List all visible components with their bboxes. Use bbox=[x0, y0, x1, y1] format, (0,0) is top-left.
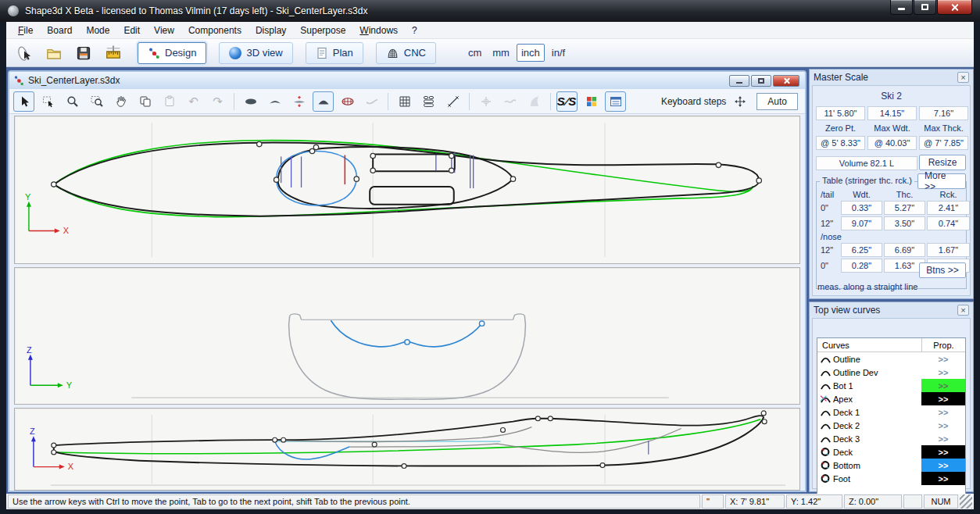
prop-link[interactable]: >> bbox=[921, 366, 965, 379]
length-value[interactable]: 11' 5.80" bbox=[816, 106, 865, 120]
tail-row1-thc[interactable]: 3.50" bbox=[884, 216, 925, 230]
tail-row0-wdt[interactable]: 0.33" bbox=[841, 201, 882, 215]
tail-row1-wdt[interactable]: 9.07" bbox=[841, 216, 882, 230]
deck-view-button[interactable] bbox=[313, 91, 334, 112]
prop-link[interactable]: >> bbox=[921, 392, 965, 405]
resize-button[interactable]: Resize bbox=[919, 155, 966, 170]
profile-curve-button[interactable] bbox=[361, 91, 382, 112]
menu-edit[interactable]: Edit bbox=[116, 23, 147, 38]
prop-link[interactable]: >> bbox=[921, 472, 965, 485]
zero-pt-value[interactable]: @ 5' 8.33" bbox=[816, 136, 865, 150]
curve-row-deck2[interactable]: Deck 2 >> bbox=[817, 419, 965, 432]
top-view-canvas[interactable]: Y X bbox=[15, 116, 799, 263]
curve-row-deck[interactable]: Deck >> bbox=[817, 445, 965, 459]
thickness-value[interactable]: 7.16" bbox=[919, 106, 968, 120]
doc-minimize-button[interactable] bbox=[729, 75, 749, 87]
curve-row-apex[interactable]: Apex >> bbox=[817, 392, 965, 405]
menu-superpose[interactable]: Superpose bbox=[293, 23, 352, 38]
design-mode-button[interactable]: Design bbox=[138, 42, 206, 64]
doc-restore-button[interactable] bbox=[751, 75, 771, 87]
menu-display[interactable]: Display bbox=[249, 23, 293, 38]
grid-button[interactable] bbox=[394, 91, 415, 112]
prop-link[interactable]: >> bbox=[921, 419, 965, 432]
new-board-button[interactable] bbox=[13, 41, 36, 65]
undo-button[interactable]: ↶ bbox=[183, 91, 204, 112]
curve-row-bottom[interactable]: Bottom >> bbox=[817, 459, 965, 472]
pan-button[interactable] bbox=[110, 91, 131, 112]
move-steps-button[interactable] bbox=[729, 91, 750, 112]
nose-row0-thc[interactable]: 6.69" bbox=[884, 243, 925, 257]
scale-tool-button[interactable] bbox=[102, 41, 125, 65]
paste-button[interactable] bbox=[159, 91, 180, 112]
curve-row-bot1[interactable]: Bot 1 >> bbox=[817, 379, 965, 392]
colors-button[interactable] bbox=[581, 91, 602, 112]
save-button[interactable] bbox=[72, 41, 95, 65]
maximize-button[interactable] bbox=[914, 0, 936, 15]
sections-button[interactable] bbox=[418, 91, 439, 112]
nose-row1-wdt[interactable]: 0.28" bbox=[841, 259, 882, 273]
curve-row-outline[interactable]: Outline >> bbox=[817, 352, 965, 366]
btns-button[interactable]: Btns >> bbox=[919, 262, 966, 278]
close-button[interactable] bbox=[937, 0, 972, 15]
unit-mm[interactable]: mm bbox=[488, 45, 513, 61]
s-curves-button[interactable]: S⁄S bbox=[556, 91, 578, 112]
menu-help[interactable]: ? bbox=[405, 23, 424, 38]
thickness-view-button[interactable] bbox=[288, 91, 309, 112]
cnc-mode-button[interactable]: CNC bbox=[376, 42, 436, 64]
more-button[interactable]: More >> bbox=[917, 173, 966, 189]
plan-mode-button[interactable]: Plan bbox=[306, 42, 363, 64]
marquee-select-button[interactable] bbox=[38, 91, 59, 112]
max-thck-value[interactable]: @ 7' 7.85" bbox=[919, 136, 968, 150]
section-view-canvas[interactable]: Z Y bbox=[15, 268, 799, 404]
menu-mode[interactable]: Mode bbox=[79, 23, 116, 38]
document-title-bar[interactable]: Ski_CenterLayer.s3dx bbox=[9, 72, 805, 89]
slices-view-button[interactable] bbox=[337, 91, 358, 112]
prop-link[interactable]: >> bbox=[921, 379, 965, 392]
doc-close-button[interactable] bbox=[773, 75, 799, 87]
prop-link[interactable]: >> bbox=[921, 352, 965, 366]
prop-link[interactable]: >> bbox=[921, 459, 965, 472]
select-tool-button[interactable] bbox=[13, 91, 34, 112]
unit-cm[interactable]: cm bbox=[464, 45, 485, 61]
flow-curve-button[interactable] bbox=[499, 91, 520, 112]
prop-link[interactable]: >> bbox=[921, 432, 965, 445]
measure-button[interactable] bbox=[442, 91, 463, 112]
rocker-view-button[interactable] bbox=[264, 91, 285, 112]
fin-button[interactable] bbox=[524, 91, 545, 112]
resize-grip[interactable] bbox=[960, 494, 972, 509]
unit-inch[interactable]: inch bbox=[517, 44, 545, 62]
zoom-button[interactable] bbox=[62, 91, 83, 112]
open-button[interactable] bbox=[42, 41, 66, 65]
curves-panel-close-button[interactable]: × bbox=[957, 305, 969, 316]
side-view-canvas[interactable]: Z X bbox=[15, 409, 799, 490]
max-wdt-value[interactable]: @ 40.03" bbox=[867, 136, 917, 150]
tail-row1-rck[interactable]: 0.74" bbox=[927, 216, 970, 230]
nose-row0-rck[interactable]: 1.67" bbox=[927, 243, 970, 257]
redo-button[interactable]: ↷ bbox=[207, 91, 228, 112]
curve-row-deck1[interactable]: Deck 1 >> bbox=[817, 405, 965, 419]
menu-windows[interactable]: Windows bbox=[352, 23, 405, 38]
menu-board[interactable]: Board bbox=[40, 23, 79, 38]
prop-link[interactable]: >> bbox=[921, 405, 965, 419]
outline-view-button[interactable] bbox=[240, 91, 261, 112]
panels-button[interactable] bbox=[605, 91, 626, 112]
menu-file[interactable]: File bbox=[11, 23, 40, 38]
nose-row0-wdt[interactable]: 6.25" bbox=[841, 243, 882, 257]
auto-button[interactable]: Auto bbox=[756, 93, 798, 110]
menu-view[interactable]: View bbox=[147, 23, 181, 38]
curve-row-deck3[interactable]: Deck 3 >> bbox=[817, 432, 965, 445]
curve-row-outline-dev[interactable]: Outline Dev >> bbox=[817, 366, 965, 379]
prop-link[interactable]: >> bbox=[921, 445, 965, 459]
zoom-window-button[interactable] bbox=[86, 91, 107, 112]
copy-button[interactable] bbox=[134, 91, 156, 112]
minimize-button[interactable] bbox=[890, 0, 913, 15]
title-bar[interactable]: Shape3d X Beta - licensed to Thomas Vilm… bbox=[0, 0, 980, 22]
width-value[interactable]: 14.15" bbox=[867, 106, 917, 120]
tail-row0-rck[interactable]: 2.41" bbox=[927, 201, 970, 215]
curve-row-foot[interactable]: Foot >> bbox=[817, 472, 965, 485]
3d-view-mode-button[interactable]: 3D view bbox=[219, 42, 292, 64]
tail-row0-thc[interactable]: 5.27" bbox=[884, 201, 925, 215]
unit-inf[interactable]: in/f bbox=[548, 45, 569, 61]
menu-components[interactable]: Components bbox=[181, 23, 249, 38]
master-scale-close-button[interactable]: × bbox=[957, 72, 969, 83]
